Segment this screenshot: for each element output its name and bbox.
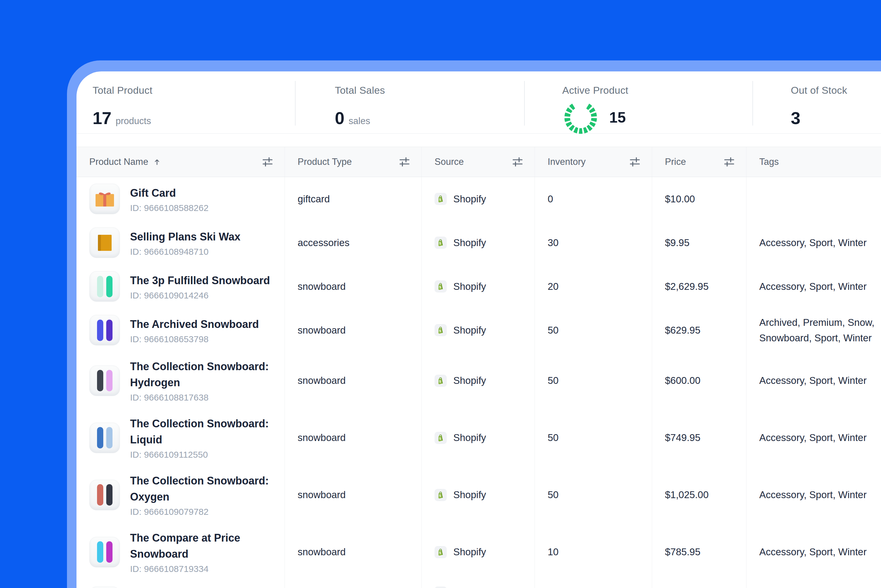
product-type: snowboard xyxy=(298,375,345,386)
snowboard-graphic xyxy=(97,541,103,563)
filter-icon[interactable] xyxy=(723,156,735,168)
snowboard-graphic xyxy=(106,484,113,506)
wax-graphic xyxy=(98,235,112,251)
column-header[interactable]: Price xyxy=(652,147,746,177)
svg-text:S: S xyxy=(439,198,441,201)
product-name-cell[interactable]: The Compare at Price Snowboard ID: 96661… xyxy=(77,524,285,580)
snowboard-graphic xyxy=(106,276,113,297)
table-row[interactable]: The Collection Snowboard: Liquid ID: 966… xyxy=(77,409,881,466)
shopify-badge: S xyxy=(435,324,447,336)
inventory-cell: 50 xyxy=(535,466,652,524)
product-thumbnail xyxy=(89,315,120,345)
stat-label: Total Product xyxy=(93,84,296,96)
filter-icon[interactable] xyxy=(261,156,274,168)
product-name-cell[interactable]: The Archived Snowboard ID: 9666108653798 xyxy=(77,308,285,352)
product-type-cell: snowboard xyxy=(285,466,422,524)
inventory-cell: 50 xyxy=(535,352,652,409)
tags-cell: Accessory, Sport, Winter xyxy=(746,466,881,524)
product-name-cell[interactable]: The Collection Snowboard: Hydrogen ID: 9… xyxy=(77,352,285,409)
product-type-cell: snowboard xyxy=(285,352,422,409)
shopify-logo-icon: S xyxy=(437,238,445,247)
inventory-value: 50 xyxy=(548,375,559,386)
price-cell: $749.95 xyxy=(652,409,746,466)
column-header[interactable]: Product Name xyxy=(77,147,285,177)
table-body: Gift Card ID: 9666108588262 giftcard S xyxy=(77,177,881,588)
tags-cell: Accessory, Sport, Winter xyxy=(746,524,881,580)
price-cell xyxy=(652,580,746,588)
table-row[interactable]: The Collection Snowboard: Hydrogen ID: 9… xyxy=(77,352,881,409)
product-type: snowboard xyxy=(298,546,345,558)
inventory-value: 10 xyxy=(548,546,559,558)
product-name: The Collection Snowboard: Oxygen xyxy=(130,473,279,505)
product-name-cell[interactable]: Gift Card ID: 9666108588262 xyxy=(77,177,285,221)
shopify-badge: S xyxy=(435,237,447,249)
gift-graphic xyxy=(95,191,115,207)
shopify-badge: S xyxy=(435,280,447,292)
shopify-badge: S xyxy=(435,432,447,444)
source-cell: S Shopify xyxy=(422,221,535,264)
tags-value: Accessory, Sport, Winter xyxy=(759,279,867,294)
shopify-logo-icon: S xyxy=(437,491,445,499)
product-name-cell[interactable]: The Collection Snowboard: Oxygen ID: 966… xyxy=(77,466,285,524)
svg-text:S: S xyxy=(439,436,441,440)
product-type-cell: snowboard xyxy=(285,409,422,466)
column-header[interactable]: Tags xyxy=(746,147,881,177)
table-row[interactable]: Selling Plans Ski Wax ID: 9666108948710 … xyxy=(77,221,881,264)
source-label: Shopify xyxy=(453,237,486,249)
stat-value: 0 xyxy=(335,108,344,128)
product-name: The Archived Snowboard xyxy=(130,316,259,332)
product-type: snowboard xyxy=(298,432,345,443)
table-row[interactable]: Gift Card ID: 9666108588262 giftcard S xyxy=(77,177,881,221)
table-row[interactable]: The Archived Snowboard ID: 9666108653798… xyxy=(77,308,881,352)
product-name-cell[interactable] xyxy=(77,580,285,588)
product-type-cell xyxy=(285,580,422,588)
price-cell: $9.95 xyxy=(652,221,746,264)
inventory-cell: 0 xyxy=(535,177,652,221)
product-thumbnail xyxy=(89,271,120,302)
source-cell: S xyxy=(422,580,535,588)
source-label: Shopify xyxy=(453,489,486,501)
table-row[interactable]: The Compare at Price Snowboard ID: 96661… xyxy=(77,524,881,580)
table-row[interactable]: The Collection Snowboard: Oxygen ID: 966… xyxy=(77,466,881,524)
table-row[interactable]: The 3p Fulfilled Snowboard ID: 966610901… xyxy=(77,264,881,308)
product-id: ID: 9666109112550 xyxy=(130,450,279,460)
tags-cell: Accessory, Sport, Winter xyxy=(746,264,881,308)
stat-unit: sales xyxy=(348,116,370,126)
shopify-badge: S xyxy=(435,375,447,387)
inventory-value: 50 xyxy=(548,489,559,501)
column-header[interactable]: Product Type xyxy=(285,147,422,177)
source-cell: S Shopify xyxy=(422,352,535,409)
product-thumbnail xyxy=(89,480,120,510)
product-name: Gift Card xyxy=(130,185,209,201)
filter-icon[interactable] xyxy=(398,156,411,168)
column-header[interactable]: Source xyxy=(422,147,535,177)
product-name-cell[interactable]: Selling Plans Ski Wax ID: 9666108948710 xyxy=(77,221,285,264)
price-value: $2,629.95 xyxy=(665,281,709,292)
table-row[interactable]: S xyxy=(77,580,881,588)
product-name-cell[interactable]: The 3p Fulfilled Snowboard ID: 966610901… xyxy=(77,264,285,308)
source-cell: S Shopify xyxy=(422,177,535,221)
source-label: Shopify xyxy=(453,325,486,336)
price-cell: $600.00 xyxy=(652,352,746,409)
product-type: accessories xyxy=(298,237,350,249)
filter-icon[interactable] xyxy=(629,156,641,168)
product-name: The 3p Fulfilled Snowboard xyxy=(130,273,270,289)
stat-total-product: Total Product 17 products xyxy=(77,71,296,133)
snowboard-graphic xyxy=(106,427,113,448)
product-name-cell[interactable]: The Collection Snowboard: Liquid ID: 966… xyxy=(77,409,285,466)
filter-icon[interactable] xyxy=(511,156,524,168)
product-type-cell: giftcard xyxy=(285,177,422,221)
column-header[interactable]: Inventory xyxy=(535,147,652,177)
inventory-value: 30 xyxy=(548,237,559,249)
snowboard-graphic xyxy=(97,427,103,448)
source-label: Shopify xyxy=(453,375,486,386)
price-value: $785.95 xyxy=(665,546,700,558)
shopify-badge: S xyxy=(435,546,447,558)
inventory-value: 50 xyxy=(548,325,559,336)
price-cell: $2,629.95 xyxy=(652,264,746,308)
tags-cell: Accessory, Sport, Winter xyxy=(746,409,881,466)
inventory-value: 20 xyxy=(548,281,559,292)
stats-bar: Total Product 17 products Total Sales 0 … xyxy=(77,71,881,134)
svg-text:S: S xyxy=(439,242,441,245)
stat-active-product: Active Product 15 xyxy=(525,71,753,133)
